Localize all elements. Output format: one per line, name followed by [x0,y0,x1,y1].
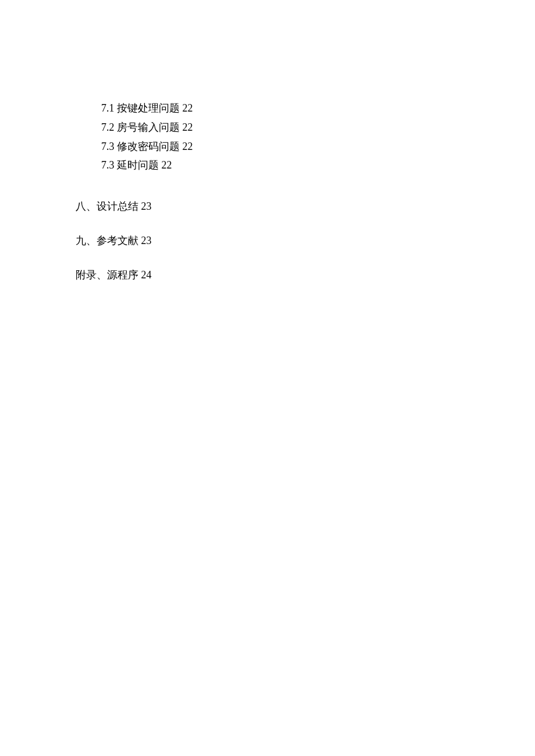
toc-sub-item: 7.2 房号输入问题 22 [101,119,477,136]
toc-sub-item: 7.3 延时问题 22 [101,157,477,174]
toc-main-item: 九、参考文献 23 [76,232,477,249]
toc-main-item: 附录、源程序 24 [76,267,477,284]
toc-main-item: 八、设计总结 23 [76,198,477,215]
toc-sub-item: 7.3 修改密码问题 22 [101,138,477,155]
toc-sub-items: 7.1 按键处理问题 22 7.2 房号输入问题 22 7.3 修改密码问题 2… [76,100,477,174]
toc-sub-item: 7.1 按键处理问题 22 [101,100,477,117]
document-page: 7.1 按键处理问题 22 7.2 房号输入问题 22 7.3 修改密码问题 2… [0,0,535,284]
